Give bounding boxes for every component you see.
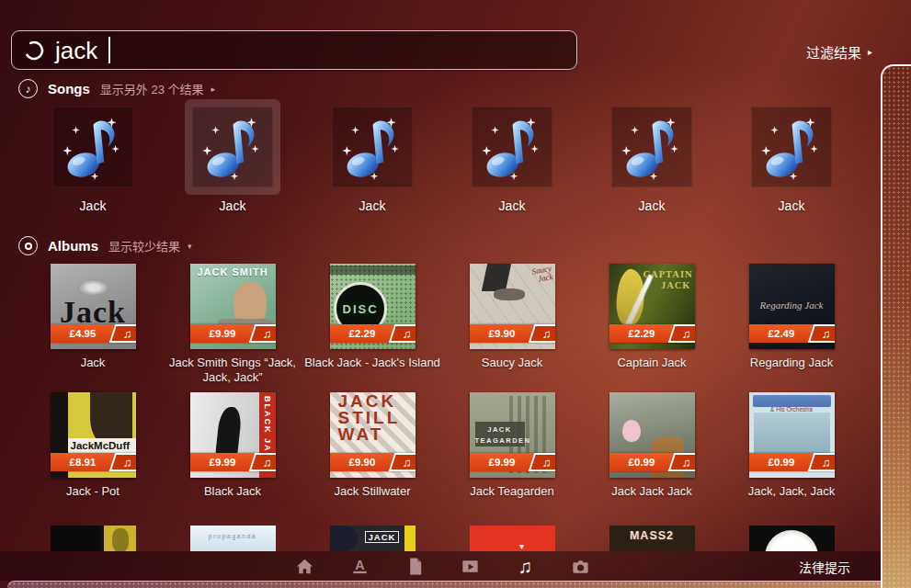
album-cover: CAPTAIN JACK £2.29 ♫ [609,264,695,349]
price-label: £4.95 [51,324,112,343]
music-note-icon [332,107,413,187]
album-result-tile[interactable]: Saucy Jack £9.90 ♫ Saucy Jack [442,264,582,385]
songs-expander-link[interactable]: 显示另外 23 个结果 ▸ [100,80,215,97]
album-result-tile[interactable]: JACK TEAGARDEN £9.99 ♫ Jack Teagarden [442,392,582,499]
album-result-tile[interactable]: BLACK JACK £9.99 ♫ Black Jack [163,392,302,499]
albums-expander-link[interactable]: 显示较少结果 ▾ [108,237,192,254]
album-cover: JACK STILL WAT £9.90 ♫ [330,392,416,478]
price-label: £9.90 [470,324,531,343]
album-cover: Jack £4.95 ♫ [51,264,136,349]
price-banner: £0.99 ♫ [609,453,695,471]
album-result-tile[interactable]: Regarding Jack £2.49 ♫ Regarding Jack [722,264,861,385]
files-icon [404,556,426,577]
album-title: Jack Teagarden [470,484,554,499]
songs-category-icon: ♪ [18,79,38,98]
music-note-badge-icon: ♫ [667,324,694,343]
album-cover: JackMcDuff £8.91 ♫ [51,392,136,478]
price-banner: £9.90 ♫ [470,324,555,343]
album-cover: JACK SMITH £9.99 ♫ [190,264,276,349]
album-result-tile[interactable]: DISC £2.29 ♫ Black Jack - Jack's Island [302,264,442,385]
lens-music[interactable]: ♫ [497,551,552,581]
album-result-tile[interactable] [722,526,861,551]
price-banner: £9.90 ♫ [330,453,416,471]
album-result-tile[interactable]: JackMcDuff £8.91 ♫ Jack - Pot [23,392,163,499]
album-result-tile[interactable]: Jack £4.95 ♫ Jack [23,264,163,385]
albums-results-row-2: JackMcDuff £8.91 ♫ Jack - Pot BLACK JACK… [23,392,861,499]
music-note-icon [52,107,133,187]
album-cover [470,526,555,551]
price-label: £9.99 [190,453,252,471]
price-banner: £2.29 ♫ [609,324,695,343]
lens-home[interactable] [277,551,332,581]
album-title: Jack, Jack, Jack [748,484,836,499]
price-label: £0.99 [749,453,811,471]
chevron-down-icon: ▾ [188,242,192,251]
applications-icon: A [349,556,370,577]
album-result-tile[interactable]: JACK SMITH £9.99 ♫ Jack Smith Sings “Jac… [163,264,302,385]
song-result-tile[interactable]: Jack [582,99,722,213]
album-result-tile[interactable]: & His Orchestra £0.99 ♫ Jack, Jack, Jack [722,392,861,499]
search-input[interactable]: jack [11,30,577,70]
filter-results-button[interactable]: 过滤结果 ▸ [806,42,872,62]
song-result-tile-selected[interactable]: Jack [163,99,302,213]
album-title: Black Jack - Jack's Island [304,356,440,370]
albums-section-title: Albums [48,238,98,254]
album-cover: MASS2 [609,526,695,551]
music-note-badge-icon: ♫ [388,324,415,343]
album-result-tile[interactable] [23,526,163,551]
song-result-tile[interactable]: Jack [302,99,442,213]
price-label: £8.91 [51,453,112,471]
lens-photos[interactable] [552,551,608,581]
album-result-tile[interactable]: CAPTAIN JACK £2.29 ♫ Captain Jack [582,264,722,385]
album-cover: BLACK JACK £9.99 ♫ [190,392,276,478]
music-note-badge-icon: ♫ [807,453,834,471]
album-title: Jack - Pot [66,484,120,499]
lens-files[interactable] [387,551,442,581]
album-title: Captain Jack [617,356,686,370]
music-note-badge-icon: ♫ [108,324,135,343]
price-label: £2.49 [749,324,811,343]
lens-applications[interactable]: A [332,551,387,581]
price-label: £9.90 [330,453,392,471]
music-note-icon [472,107,552,187]
songs-results-row: Jack Jack Jack Jack Jack [23,99,861,213]
price-banner: £9.99 ♫ [190,324,276,343]
song-result-tile[interactable]: Jack [442,99,582,213]
svg-text:A: A [355,558,364,572]
album-result-tile[interactable]: JACK STILL WAT £9.90 ♫ Jack Stillwater [302,392,442,499]
legal-notice-link[interactable]: 法律提示 [799,558,850,576]
album-cover: Regarding Jack £2.49 ♫ [749,264,835,349]
price-banner: £2.49 ♫ [749,324,835,343]
album-title: Regarding Jack [750,356,833,370]
videos-icon [460,556,481,577]
search-spinner-icon [23,40,45,62]
album-title: Jack Stillwater [334,484,410,499]
song-title: Jack [359,198,386,213]
music-note-badge-icon: ♫ [248,324,275,343]
lens-videos[interactable] [442,551,497,581]
album-title: Black Jack [204,484,261,499]
search-value: jack [55,39,97,62]
album-title: Jack Jack Jack [611,484,691,499]
music-note-badge-icon: ♫ [108,453,135,471]
albums-results-row-1: Jack £4.95 ♫ Jack JACK SMITH £9.99 ♫ Jac… [23,264,861,385]
song-title: Jack [639,198,666,213]
price-banner: £9.99 ♫ [470,453,555,471]
song-result-tile[interactable]: Jack [722,99,861,213]
album-cover [51,526,136,551]
album-result-tile[interactable]: JACK [302,526,442,551]
songs-section-header: ♪ Songs 显示另外 23 个结果 ▸ [18,79,215,98]
albums-category-icon [18,236,38,255]
music-note-icon [751,107,832,187]
album-result-tile[interactable]: propaganda [163,526,302,551]
albums-results-row-3-partial: propaganda JACK MASS2 [23,526,861,551]
album-result-tile[interactable] [442,526,582,551]
music-note-badge-icon: ♫ [248,453,275,471]
music-note-badge-icon: ♫ [388,453,415,471]
albums-section-header: Albums 显示较少结果 ▾ [18,236,192,255]
album-cover: JACK [330,526,416,551]
album-result-tile[interactable]: MASS2 [582,526,722,551]
song-result-tile[interactable]: Jack [23,99,163,213]
desktop-wallpaper-right [881,64,911,588]
album-result-tile[interactable]: £0.99 ♫ Jack Jack Jack [582,392,722,499]
